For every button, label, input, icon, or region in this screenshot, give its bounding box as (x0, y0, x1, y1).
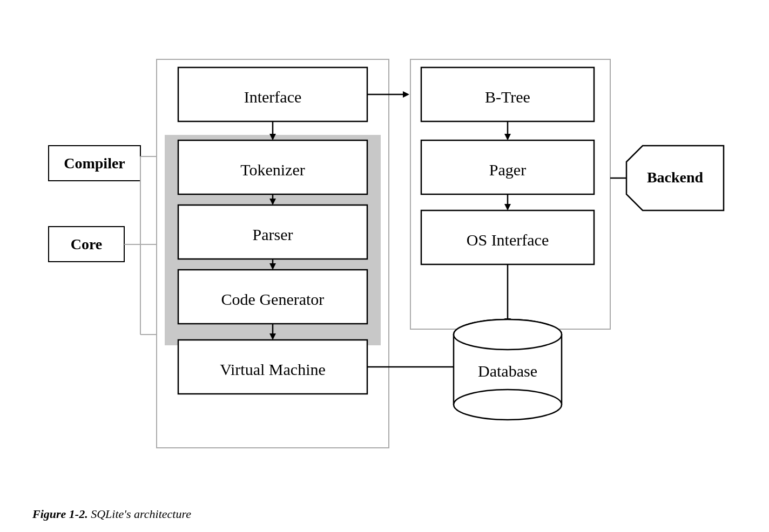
svg-point-37 (454, 390, 562, 420)
pager-node: Pager (489, 161, 526, 179)
figure-label: Figure 1-2. (32, 507, 88, 521)
compiler-label: Compiler (64, 155, 125, 172)
architecture-diagram: Compiler Core Interface Tokenizer (32, 22, 734, 496)
svg-marker-29 (504, 204, 511, 210)
figure-caption: Figure 1-2. SQLite's architecture (32, 507, 191, 521)
btree-node: B-Tree (485, 88, 530, 106)
core-label: Core (71, 236, 103, 253)
svg-point-38 (454, 319, 562, 350)
svg-marker-23 (403, 91, 409, 98)
backend-label: Backend (647, 169, 704, 186)
page: Compiler Core Interface Tokenizer (0, 0, 769, 532)
diagram-area: Compiler Core Interface Tokenizer (32, 22, 734, 496)
virtual-machine-node: Virtual Machine (220, 360, 326, 378)
database-node: Database (478, 362, 537, 380)
svg-marker-26 (504, 134, 511, 140)
parser-node: Parser (253, 226, 293, 243)
os-interface-node: OS Interface (467, 231, 549, 249)
interface-node: Interface (244, 88, 302, 106)
figure-description: SQLite's architecture (91, 507, 191, 521)
code-generator-node: Code Generator (221, 290, 325, 308)
tokenizer-node: Tokenizer (240, 161, 305, 179)
